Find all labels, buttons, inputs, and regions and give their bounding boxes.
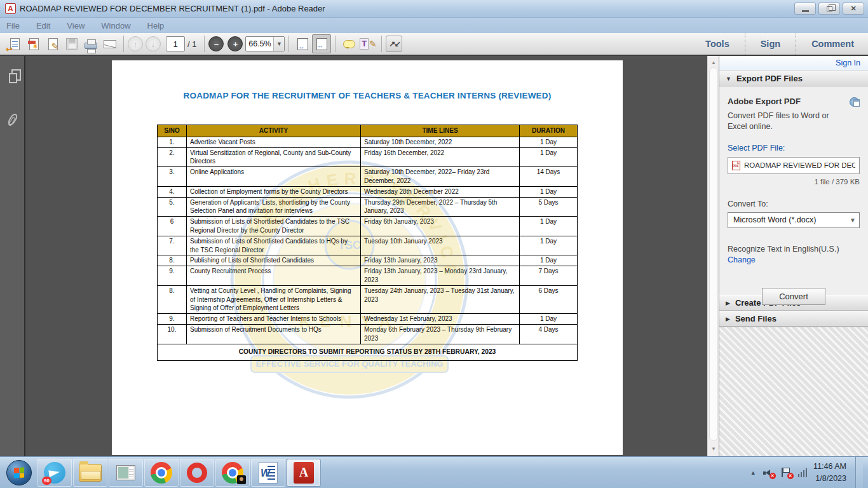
cell-activity: Submission of Lists of Shortlisted Candi… <box>187 236 361 255</box>
app-window-icon <box>116 465 135 480</box>
taskbar-chrome-button[interactable] <box>144 459 179 487</box>
cell-duration: 1 Day <box>520 314 578 325</box>
page-thumbnails-button[interactable] <box>0 64 25 89</box>
cell-activity: Submission of Lists of Shortlisted Candi… <box>187 217 361 236</box>
taskbar-app-window-button[interactable] <box>109 459 143 487</box>
taskbar: 90 W A ▲ <box>0 456 868 488</box>
fit-width-icon: ↔ <box>298 43 305 50</box>
start-button[interactable] <box>6 460 32 485</box>
fullscreen-button[interactable]: ↗↙ <box>386 36 402 52</box>
zoom-level-dropdown[interactable]: 66.5% ▼ <box>245 36 285 51</box>
table-footer-note: COUNTY DIRECTORS TO SUBMIT REPORTING STA… <box>158 344 578 360</box>
sidebar-empty-area <box>719 327 868 456</box>
cell-duration: 1 Day <box>520 236 578 255</box>
menu-window[interactable]: Window <box>101 21 130 30</box>
export-pdf-panel: Adobe Export PDF Convert PDF files to Wo… <box>719 86 868 295</box>
adobe-reader-window: A ROADMAP REVIEWED FOR DECEMBER RECRUITM… <box>0 0 868 488</box>
export-pdf-section-header[interactable]: ▼ Export PDF Files <box>719 71 868 86</box>
header-duration: DURATION <box>520 125 578 137</box>
sign-tab[interactable]: Sign <box>752 39 789 49</box>
taskbar-word-button[interactable]: W <box>251 459 285 487</box>
cell-timeline: Thursday 29th December, 2022 – Thursday … <box>361 197 520 217</box>
convert-button[interactable]: Convert <box>762 288 825 305</box>
sign-in-link[interactable]: Sign In <box>836 58 860 67</box>
document-pane[interactable]: TSC TEACHERS SERVICE COMMISSION KENYA EF… <box>25 56 707 456</box>
table-row: 9.Reporting of Teachers and Teacher Inte… <box>158 314 578 325</box>
menu-help[interactable]: Help <box>147 21 165 30</box>
table-row: 2.Virtual Sensitization of Regional, Cou… <box>158 147 578 167</box>
scrollbar-thumb[interactable] <box>709 67 718 441</box>
attachments-button[interactable] <box>0 107 25 132</box>
scroll-down-icon[interactable]: ▼ <box>708 444 719 454</box>
table-row: 10.Submission of Recruitment Documents t… <box>158 324 578 344</box>
restore-button[interactable] <box>818 3 840 15</box>
selected-pdf-file-button[interactable]: ROADMAP REVIEWED FOR DEC... <box>728 157 860 174</box>
cell-timeline: Wednesday 28th December 2022 <box>361 186 520 197</box>
export-tool-title: Adobe Export PDF <box>728 97 850 106</box>
highlight-icon: T <box>360 38 369 50</box>
zoom-out-button[interactable]: − <box>208 36 224 51</box>
profile-avatar-icon <box>237 475 246 484</box>
cell-timeline: Monday 6th February 2023 – Thursday 9th … <box>361 324 520 344</box>
table-row: 6Submission of Lists of Shortlisted Cand… <box>158 217 578 236</box>
taskbar-clock[interactable]: 11:46 AM 1/8/2023 <box>813 461 846 484</box>
cell-no: 9. <box>158 266 187 286</box>
taskbar-opera-button[interactable] <box>180 459 214 487</box>
chevron-down-icon[interactable]: ▼ <box>273 37 284 51</box>
next-page-button: ↓ <box>146 36 161 51</box>
cell-duration: 7 Days <box>520 266 578 286</box>
zoom-in-button[interactable]: + <box>227 36 243 51</box>
fullscreen-arrows-icon: ↗↙ <box>389 39 399 48</box>
notification-badge: 90 <box>42 477 51 485</box>
email-button[interactable] <box>100 34 119 53</box>
show-desktop-button[interactable] <box>855 457 863 488</box>
cell-timeline: Wednesday 1st February, 2023 <box>361 314 520 325</box>
page-number-input[interactable] <box>166 36 185 51</box>
tools-tab[interactable]: Tools <box>696 39 738 49</box>
taskbar-chrome-profile-button[interactable] <box>215 459 250 487</box>
cell-duration: 1 Day <box>520 137 578 147</box>
convert-format-dropdown[interactable]: Microsoft Word (*.docx) ▼ <box>728 212 860 228</box>
close-icon: ✕ <box>850 4 856 13</box>
menu-edit[interactable]: Edit <box>36 21 50 30</box>
vertical-scrollbar[interactable]: ▲ ▼ <box>707 56 719 456</box>
create-pdf-button[interactable]: ✷ <box>24 34 43 53</box>
previous-page-button: ↑ <box>128 36 143 51</box>
minimize-button[interactable] <box>794 3 816 15</box>
highlight-text-button[interactable]: T✎ <box>358 34 377 53</box>
comment-bubble-button[interactable] <box>339 34 358 53</box>
fit-width-button[interactable]: ↔ <box>293 34 312 53</box>
network-signal-icon[interactable] <box>798 468 808 477</box>
navigation-pane <box>0 56 25 456</box>
scroll-up-icon[interactable]: ▲ <box>708 57 719 67</box>
show-hidden-icons-button[interactable]: ▲ <box>750 470 756 476</box>
cell-activity: Submission of Recruitment Documents to H… <box>187 324 361 344</box>
change-language-link[interactable]: Change <box>728 255 756 264</box>
fit-page-button[interactable]: ↔ <box>312 34 331 53</box>
cell-timeline: Friday 16th December, 2022 <box>361 147 520 167</box>
menu-view[interactable]: View <box>67 21 85 30</box>
menu-file[interactable]: File <box>6 21 20 30</box>
sign-in-bar: Sign In <box>719 56 868 71</box>
adobe-reader-icon: A <box>294 462 314 484</box>
cell-activity: Publishing of Lists of Shortlisted Candi… <box>187 255 361 266</box>
volume-muted-icon[interactable]: ✕ <box>763 468 774 478</box>
taskbar-explorer-button[interactable] <box>73 459 107 487</box>
file-size-label: 1 file / 379 KB <box>728 178 860 186</box>
close-button[interactable]: ✕ <box>843 3 864 15</box>
table-row: 5.Generation of Applicants’ Lists, short… <box>158 197 578 217</box>
taskbar-adobe-reader-button[interactable]: A <box>287 459 321 487</box>
send-files-section-header[interactable]: ▶ Send Files <box>719 311 868 327</box>
print-button[interactable] <box>81 34 100 53</box>
taskbar-telegram-button[interactable]: 90 <box>37 459 72 487</box>
cell-duration: 5 Days <box>520 197 578 217</box>
cell-duration: 1 Day <box>520 147 578 167</box>
cell-duration: 1 Day <box>520 217 578 236</box>
action-center-icon[interactable]: ✕ <box>780 468 792 478</box>
open-file-button[interactable]: ↩ <box>5 34 24 53</box>
triangle-right-icon: ▶ <box>726 300 730 306</box>
comment-tab[interactable]: Comment <box>803 39 863 49</box>
save-button <box>62 34 81 53</box>
sign-document-button[interactable]: ✎ <box>43 34 62 53</box>
minimize-icon <box>802 10 809 12</box>
